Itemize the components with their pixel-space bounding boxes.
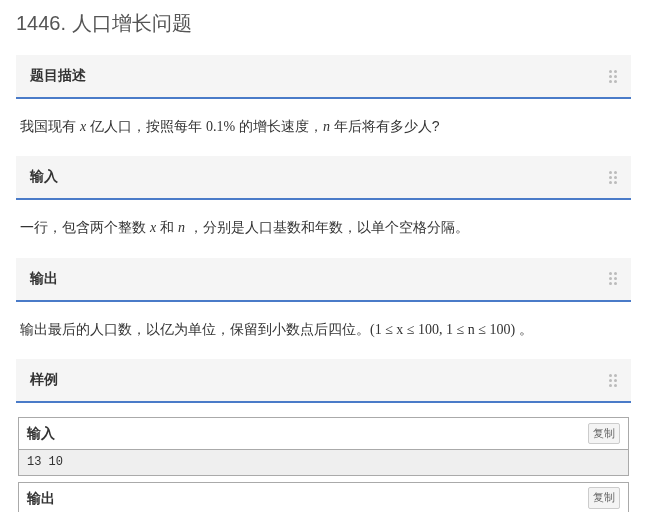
var-n: n [323, 119, 330, 134]
drag-handle-icon[interactable] [609, 70, 617, 83]
panel-output: 输出 输出最后的人口数，以亿为单位，保留到小数点后四位。(1 ≤ x ≤ 100… [16, 258, 631, 359]
description-body: 我国现有 x 亿人口，按照每年 0.1% 的增长速度，n 年后将有多少人? [16, 99, 631, 156]
panel-header-description[interactable]: 题目描述 [16, 55, 631, 99]
panel-header-sample[interactable]: 样例 [16, 359, 631, 403]
panel-header-title: 输入 [30, 168, 58, 186]
sample-input-label: 输入 [27, 422, 55, 444]
text: 亿人口，按照每年 [86, 118, 206, 134]
output-body: 输出最后的人口数，以亿为单位，保留到小数点后四位。(1 ≤ x ≤ 100, 1… [16, 302, 631, 359]
text: 。 [515, 321, 533, 337]
rate: 0.1% [206, 119, 235, 134]
constraint: (1 ≤ x ≤ 100, 1 ≤ n ≤ 100) [370, 322, 515, 337]
sample-body: 输入 复制 13 10 输出 复制 13.1306 [16, 403, 631, 512]
sample-output-label: 输出 [27, 487, 55, 509]
page-title: 1446. 人口增长问题 [0, 0, 647, 55]
sample-input-head: 输入 复制 [19, 418, 628, 449]
sample-input-box: 输入 复制 13 10 [18, 417, 629, 476]
panel-input: 输入 一行，包含两个整数 x 和 n ，分别是人口基数和年数，以单个空格分隔。 [16, 156, 631, 257]
input-body: 一行，包含两个整数 x 和 n ，分别是人口基数和年数，以单个空格分隔。 [16, 200, 631, 257]
text: 我国现有 [20, 118, 80, 134]
panel-description: 题目描述 我国现有 x 亿人口，按照每年 0.1% 的增长速度，n 年后将有多少… [16, 55, 631, 156]
panel-header-output[interactable]: 输出 [16, 258, 631, 302]
text: 年后将有多少人? [330, 118, 440, 134]
text: 输出最后的人口数，以亿为单位，保留到小数点后四位。 [20, 321, 370, 337]
copy-button[interactable]: 复制 [588, 487, 620, 509]
drag-handle-icon[interactable] [609, 374, 617, 387]
sample-output-box: 输出 复制 13.1306 [18, 482, 629, 512]
sample-input-content: 13 10 [19, 450, 628, 475]
panel-header-title: 题目描述 [30, 67, 86, 85]
panel-header-input[interactable]: 输入 [16, 156, 631, 200]
sample-output-head: 输出 复制 [19, 483, 628, 512]
var-n: n [178, 220, 185, 235]
panel-header-title: 样例 [30, 371, 58, 389]
text: ，分别是人口基数和年数，以单个空格分隔。 [185, 219, 469, 235]
panel-sample: 样例 输入 复制 13 10 输出 复制 13.1306 [16, 359, 631, 512]
copy-button[interactable]: 复制 [588, 423, 620, 445]
text: 一行，包含两个整数 [20, 219, 150, 235]
drag-handle-icon[interactable] [609, 272, 617, 285]
drag-handle-icon[interactable] [609, 171, 617, 184]
text: 和 [156, 219, 178, 235]
panel-header-title: 输出 [30, 270, 58, 288]
text: 的增长速度， [235, 118, 323, 134]
